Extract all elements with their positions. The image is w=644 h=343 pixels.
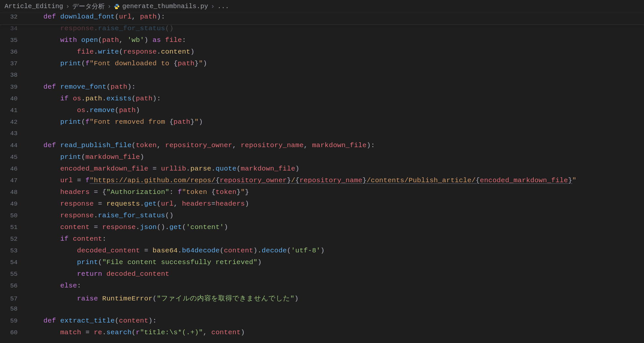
code-content[interactable]: response.raise_for_status() [27, 212, 174, 219]
line-number: 48 [0, 189, 27, 196]
sticky-scroll-header[interactable]: 32 def download_font(url, path): [0, 13, 644, 25]
code-line[interactable]: 44 def read_publish_file(token, reposito… [0, 142, 644, 153]
line-number: 39 [0, 83, 27, 91]
code-area[interactable]: 34 response.raise_for_status()35 with op… [0, 25, 644, 343]
code-editor[interactable]: 32 def download_font(url, path): 34 resp… [0, 13, 644, 343]
code-content[interactable]: def extract_title(content): [27, 317, 157, 324]
code-line[interactable]: 40 if os.path.exists(path): [0, 95, 644, 107]
code-line[interactable]: 39 def remove_font(path): [0, 83, 644, 95]
code-line[interactable]: 50 response.raise_for_status() [0, 212, 644, 223]
code-line[interactable]: 46 encoded_markdown_file = urllib.parse.… [0, 165, 644, 177]
line-number: 54 [0, 259, 27, 266]
line-number: 32 [0, 13, 27, 20]
code-line[interactable]: 43 [0, 130, 644, 142]
line-number: 51 [0, 224, 27, 231]
code-line[interactable]: 59 def extract_title(content): [0, 317, 644, 329]
code-content[interactable]: print(f"Font removed from {path}") [27, 118, 203, 126]
breadcrumb-file[interactable]: generate_thumbnails.py [122, 3, 208, 10]
line-number: 53 [0, 247, 27, 254]
code-line[interactable]: 49 response = requests.get(url, headers=… [0, 200, 644, 212]
code-line[interactable]: 55 return decoded_content [0, 270, 644, 282]
line-number: 59 [0, 317, 27, 324]
line-number: 46 [0, 165, 27, 172]
code-content[interactable]: def remove_font(path): [27, 83, 136, 91]
chevron-right-icon: › [107, 3, 111, 10]
code-line[interactable]: 37 print(f"Font downloaded to {path}") [0, 60, 644, 71]
line-number: 49 [0, 200, 27, 208]
line-number: 57 [0, 295, 27, 302]
code-line[interactable]: 57 raise RuntimeError("ファイルの内容を取得できませんでし… [0, 294, 644, 305]
line-number: 38 [0, 71, 27, 79]
line-number: 50 [0, 212, 27, 219]
code-content[interactable]: url = f"https://api.github.com/repos/{re… [27, 177, 576, 184]
code-line[interactable]: 60 match = re.search(r"title:\s*(.+)", c… [0, 329, 644, 340]
line-number: 34 [0, 25, 27, 32]
code-content[interactable]: raise RuntimeError("ファイルの内容を取得できませんでした") [27, 294, 299, 303]
breadcrumb-item[interactable]: データ分析 [72, 2, 105, 11]
breadcrumb-symbol[interactable]: ... [217, 3, 229, 10]
code-content[interactable]: content = response.json().get('content') [27, 223, 228, 231]
code-content[interactable]: else: [27, 282, 81, 289]
code-content[interactable]: def read_publish_file(token, repository_… [27, 142, 375, 149]
code-content[interactable]: file.write(response.content) [27, 48, 195, 56]
code-line[interactable]: 51 content = response.json().get('conten… [0, 223, 644, 235]
line-number: 42 [0, 119, 27, 126]
code-content[interactable]: headers = {"Authorization": f"token {tok… [27, 188, 249, 196]
code-line[interactable]: 56 else: [0, 282, 644, 294]
line-number: 58 [0, 305, 27, 312]
code-line[interactable]: 36 file.write(response.content) [0, 48, 644, 60]
code-content[interactable]: print("File content successfully retriev… [27, 259, 262, 266]
line-number: 55 [0, 271, 27, 278]
line-number: 35 [0, 37, 27, 44]
line-number: 52 [0, 235, 27, 243]
line-number: 45 [0, 154, 27, 161]
code-content[interactable]: decoded_content = base64.b64decode(conte… [27, 247, 325, 254]
code-content[interactable]: if os.path.exists(path): [27, 95, 161, 102]
code-content[interactable]: def download_font(url, path): [27, 13, 165, 20]
code-content[interactable]: print(markdown_file) [27, 153, 144, 161]
code-line[interactable]: 48 headers = {"Authorization": f"token {… [0, 188, 644, 200]
code-line[interactable]: 35 with open(path, 'wb') as file: [0, 36, 644, 48]
code-content[interactable]: encoded_markdown_file = urllib.parse.quo… [27, 165, 300, 172]
code-line[interactable]: 38 [0, 71, 644, 83]
chevron-right-icon: › [211, 3, 215, 10]
code-line[interactable]: 58 [0, 305, 644, 317]
python-file-icon [114, 4, 120, 9]
code-content[interactable]: response.raise_for_status() [27, 25, 174, 32]
line-number: 36 [0, 48, 27, 56]
code-content[interactable]: match = re.search(r"title:\s*(.+)", cont… [27, 329, 245, 336]
line-number: 43 [0, 130, 27, 137]
code-line[interactable]: 45 print(markdown_file) [0, 153, 644, 165]
code-content[interactable]: print(f"Font downloaded to {path}") [27, 60, 207, 67]
code-line[interactable]: 34 response.raise_for_status() [0, 25, 644, 36]
line-number: 41 [0, 107, 27, 114]
code-line[interactable]: 32 def download_font(url, path): [0, 13, 644, 25]
code-line[interactable]: 41 os.remove(path) [0, 107, 644, 118]
code-content[interactable]: if content: [27, 235, 106, 243]
chevron-right-icon: › [66, 3, 70, 10]
code-line[interactable]: 54 print("File content successfully retr… [0, 259, 644, 270]
breadcrumb: Article_Editing › データ分析 › generate_thumb… [0, 0, 644, 13]
svg-point-0 [116, 4, 116, 5]
line-number: 44 [0, 142, 27, 149]
code-line[interactable]: 52 if content: [0, 235, 644, 247]
code-line[interactable]: 47 url = f"https://api.github.com/repos/… [0, 177, 644, 188]
code-line[interactable]: 42 print(f"Font removed from {path}") [0, 118, 644, 130]
line-number: 56 [0, 282, 27, 289]
code-content[interactable]: return decoded_content [27, 270, 169, 278]
code-content[interactable]: with open(path, 'wb') as file: [27, 36, 186, 44]
line-number: 40 [0, 95, 27, 102]
svg-point-1 [117, 8, 118, 9]
code-content[interactable]: response = requests.get(url, headers=hea… [27, 200, 249, 208]
line-number: 37 [0, 60, 27, 67]
code-line[interactable]: 53 decoded_content = base64.b64decode(co… [0, 247, 644, 259]
line-number: 47 [0, 177, 27, 184]
breadcrumb-item[interactable]: Article_Editing [5, 3, 63, 10]
line-number: 60 [0, 329, 27, 336]
code-content[interactable]: os.remove(path) [27, 107, 140, 114]
